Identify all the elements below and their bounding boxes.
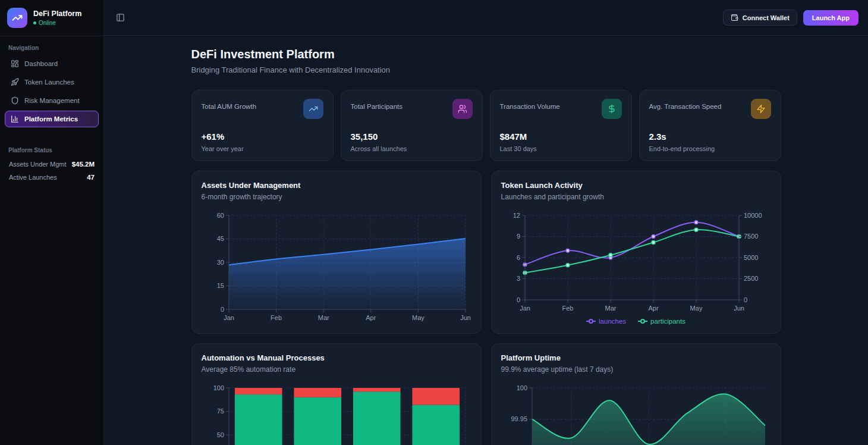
svg-text:0: 0: [220, 306, 224, 313]
svg-text:45: 45: [216, 235, 224, 242]
status-row-value: $45.2M: [72, 161, 95, 168]
svg-text:30: 30: [216, 259, 224, 266]
svg-text:9: 9: [516, 233, 520, 240]
svg-text:12: 12: [512, 212, 520, 219]
svg-text:May: May: [690, 305, 702, 312]
launch-app-button[interactable]: Launch App: [803, 10, 858, 26]
token-launch-line-chart: 036912025005000750010000JanFebMarAprMayJ…: [501, 208, 772, 316]
svg-text:10000: 10000: [744, 212, 762, 219]
svg-text:Apr: Apr: [648, 305, 658, 312]
svg-text:3: 3: [516, 275, 520, 282]
zap-icon: [751, 99, 771, 119]
stat-label: Total Participants: [351, 103, 403, 110]
svg-text:99.95: 99.95: [511, 415, 527, 422]
connect-wallet-label: Connect Wallet: [743, 14, 790, 21]
stat-label: Avg. Transaction Speed: [649, 103, 722, 110]
shield-icon: [11, 96, 19, 105]
chart-subtitle: Launches and participant growth: [501, 193, 771, 201]
sidebar-item-risk-management[interactable]: Risk Management: [5, 92, 99, 109]
platform-status-section: Platform Status Assets Under Mgmt $45.2M…: [0, 135, 103, 184]
connect-wallet-button[interactable]: Connect Wallet: [723, 10, 797, 26]
legend-item-participants[interactable]: participants: [638, 318, 685, 325]
svg-text:6: 6: [516, 254, 520, 261]
svg-text:50: 50: [216, 431, 224, 438]
stat-value: 35,150: [351, 131, 473, 142]
page-title: DeFi Investment Platform: [191, 48, 781, 61]
page-content: DeFi Investment Platform Bridging Tradit…: [104, 36, 868, 445]
stat-sub: Year over year: [202, 145, 323, 152]
charts-row-2: Automation vs Manual Processes Average 8…: [191, 343, 781, 445]
sidebar-item-label: Dashboard: [24, 60, 58, 67]
stat-card-aum-growth: Total AUM Growth +61% Year over year: [191, 90, 334, 161]
svg-text:100: 100: [213, 384, 224, 391]
svg-text:7500: 7500: [744, 233, 758, 240]
sidebar-item-platform-metrics[interactable]: Platform Metrics: [5, 111, 99, 127]
svg-text:Feb: Feb: [271, 314, 282, 321]
platform-status-label: Platform Status: [5, 147, 99, 153]
chart-title: Automation vs Manual Processes: [202, 353, 471, 362]
legend-label: launches: [599, 318, 626, 325]
sidebar-item-label: Platform Metrics: [24, 115, 78, 123]
legend-line-icon: [638, 318, 647, 324]
dollar-sign-icon: [602, 99, 622, 119]
status-row-label: Assets Under Mgmt: [9, 161, 67, 168]
nav-section-label: Navigation: [5, 45, 99, 51]
chart-title: Platform Uptime: [501, 353, 771, 362]
panel-left-icon: [116, 13, 125, 22]
stat-value: +61%: [202, 131, 323, 142]
dashboard-grid-icon: [11, 59, 19, 68]
svg-text:0: 0: [744, 296, 747, 303]
stat-card-participants: Total Participants 35,150 Across all lau…: [341, 90, 483, 161]
svg-text:75: 75: [216, 408, 224, 415]
sidebar-item-dashboard[interactable]: Dashboard: [5, 55, 99, 72]
legend-line-icon: [586, 318, 596, 324]
brand-name: DeFi Platform: [33, 10, 81, 18]
svg-text:Jun: Jun: [734, 305, 744, 312]
sidebar: DeFi Platform Online Navigation Dashboar…: [0, 0, 104, 445]
chart-legend: launches participants: [501, 318, 771, 325]
svg-text:2500: 2500: [744, 275, 758, 282]
svg-text:0: 0: [516, 296, 520, 303]
sidebar-item-label: Risk Management: [24, 97, 80, 104]
legend-item-launches[interactable]: launches: [586, 318, 626, 325]
svg-text:60: 60: [216, 212, 224, 219]
main-area: Connect Wallet Launch App DeFi Investmen…: [104, 0, 868, 445]
online-status-label: Online: [39, 20, 56, 26]
aum-area-chart: 015304560JanFebMarAprMayJun: [202, 208, 473, 327]
status-row-label: Active Launches: [9, 174, 57, 181]
sidebar-toggle-button[interactable]: [114, 11, 127, 24]
svg-text:Jan: Jan: [520, 305, 530, 312]
stat-label: Transaction Volume: [500, 103, 560, 110]
uptime-chart-card: Platform Uptime 99.9% average uptime (la…: [491, 343, 781, 445]
online-dot-icon: [33, 21, 36, 24]
svg-text:Mar: Mar: [317, 314, 329, 321]
chart-subtitle: 6-month growth trajectory: [202, 193, 471, 201]
stat-value: 2.3s: [649, 131, 771, 142]
status-row-value: 47: [87, 174, 95, 181]
trending-up-icon: [303, 99, 323, 119]
status-row-launches: Active Launches 47: [5, 171, 99, 184]
brand-block: DeFi Platform Online: [0, 0, 103, 36]
stat-value: $847M: [500, 131, 622, 142]
token-launch-chart-card: Token Launch Activity Launches and parti…: [491, 171, 781, 334]
svg-text:Mar: Mar: [605, 305, 616, 312]
automation-stacked-bar-chart: 0255075100: [202, 381, 473, 445]
svg-text:Apr: Apr: [366, 314, 376, 321]
svg-text:Jun: Jun: [460, 314, 471, 321]
page-subtitle: Bridging Traditional Finance with Decent…: [191, 65, 781, 74]
app-logo: [7, 8, 27, 28]
status-row-aum: Assets Under Mgmt $45.2M: [5, 158, 99, 171]
svg-text:100: 100: [516, 384, 527, 391]
chart-subtitle: Average 85% automation rate: [202, 365, 471, 374]
trending-up-icon: [12, 12, 23, 23]
topbar: Connect Wallet Launch App: [104, 0, 868, 36]
charts-row-1: Assets Under Management 6-month growth t…: [191, 171, 781, 334]
nav-section: Navigation Dashboard Token Launches Risk…: [0, 36, 103, 129]
svg-text:15: 15: [216, 282, 224, 289]
stat-sub: End-to-end processing: [649, 145, 771, 152]
stat-card-volume: Transaction Volume $847M Last 30 days: [490, 90, 632, 161]
sidebar-item-token-launches[interactable]: Token Launches: [5, 74, 99, 90]
online-status: Online: [33, 20, 81, 26]
svg-text:5000: 5000: [744, 254, 758, 261]
stat-sub: Last 30 days: [500, 145, 622, 152]
